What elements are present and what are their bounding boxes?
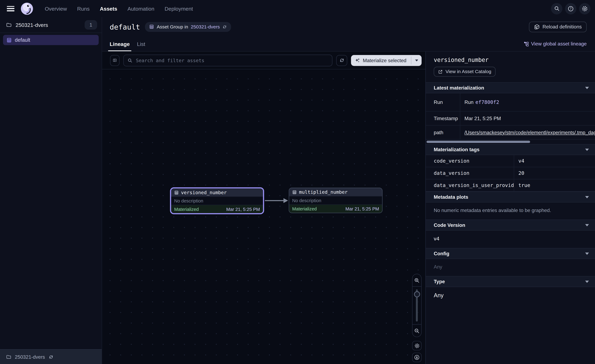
view-in-asset-catalog-button[interactable]: View in Asset Catalog [434,67,496,77]
asset-search-box[interactable] [123,54,333,66]
reload-definitions-icon [534,24,540,30]
search-button[interactable] [551,3,562,14]
reload-definitions-button[interactable]: Reload definitions [529,21,587,32]
caret-down-icon [415,59,418,61]
zoom-out-button[interactable] [412,324,421,337]
nav-overview[interactable]: Overview [45,6,67,12]
asset-node-status-row: Materialized Mar 21, 5:25 PM [171,205,263,213]
menu-icon[interactable] [7,6,14,11]
sidebar-item-default[interactable]: default [3,35,99,45]
topbar-actions [551,3,590,14]
refresh-graph-button[interactable] [336,55,347,66]
materialize-dropdown-button[interactable] [411,55,422,66]
graph-settings-button[interactable] [412,341,422,350]
folder-icon [6,354,11,359]
help-icon [568,6,574,12]
asset-group-badge[interactable]: Asset Group in 250321-dvers [145,22,231,32]
tag-key: code_version [426,155,514,167]
asset-detail-panel: versioned_number View in Asset Catalog L… [425,52,595,364]
row-value-run: Run ef7800f2 [460,93,595,112]
sidebar-footer[interactable]: 250321-dvers [0,349,102,364]
asset-node-name: versioned_number [181,190,227,195]
status-badge: Materialized [292,206,317,211]
search-icon [128,58,133,63]
help-button[interactable] [565,3,576,14]
main-nav: Overview Runs Assets Automation Deployme… [45,6,193,12]
section-config[interactable]: Config [426,248,595,259]
asset-search-input[interactable] [135,57,328,63]
caret-down-icon [585,280,589,283]
refresh-icon[interactable] [48,354,53,359]
sidebar-item-label: default [15,37,30,43]
external-link-icon [438,69,443,74]
gear-icon [582,6,588,12]
materialize-button[interactable]: Materialize selected [351,55,411,66]
code-version-value: v4 [426,231,595,248]
asset-node-description: No description [289,196,382,205]
main-content: default Asset Group in 250321-dvers Relo… [102,17,595,364]
row-label-path: path [426,126,460,140]
download-view-button[interactable] [412,353,422,362]
path-link[interactable]: /Users/smackesey/stm/code/elementl/exper… [464,130,595,135]
refresh-icon[interactable] [222,25,227,29]
section-materialization-tags[interactable]: Materialization tags [426,144,595,155]
caret-down-icon [585,196,589,198]
nav-deployment[interactable]: Deployment [165,6,193,12]
materialize-split-button: Materialize selected [351,55,422,66]
view-global-lineage-link[interactable]: View global asset lineage [523,41,587,47]
repo-count-badge: 1 [85,20,97,30]
tab-list[interactable]: List [137,36,145,51]
caret-down-icon [585,87,589,89]
latest-materialization-table: Run Run ef7800f2 Timestamp Mar 21, 5:25 … [426,93,595,140]
badge-repo-link[interactable]: 250321-dvers [191,24,220,29]
collapse-panel-button[interactable] [110,55,120,66]
nav-automation[interactable]: Automation [128,6,154,12]
section-code-version[interactable]: Code Version [426,219,595,231]
scrollbar-thumb[interactable] [426,141,530,143]
tab-lineage[interactable]: Lineage [110,36,130,51]
sparkle-icon [355,58,360,63]
topbar: Overview Runs Assets Automation Deployme… [0,0,595,17]
nav-runs[interactable]: Runs [77,6,90,12]
run-id-link[interactable]: ef7800f2 [475,99,499,105]
row-value-timestamp: Mar 21, 5:25 PM [460,112,595,126]
section-latest-materialization[interactable]: Latest materialization [426,82,595,93]
tag-value: true [514,179,595,191]
arrow-down-circle-icon [414,355,420,360]
nav-assets[interactable]: Assets [100,6,117,12]
panel-asset-title: versioned_number [434,56,587,63]
asset-node-status-row: Materialized Mar 21, 5:25 PM [289,205,382,213]
section-type[interactable]: Type [426,276,595,287]
status-badge: Materialized [174,207,199,212]
caret-down-icon [585,148,589,151]
dagster-logo-icon[interactable] [21,2,34,15]
zoom-slider-thumb[interactable] [414,291,420,297]
lineage-canvas: Materialize selected versioned_number [102,52,425,364]
footer-repo-name: 250321-dvers [15,354,45,360]
tag-value: 20 [514,167,595,179]
tag-key: data_version [426,167,514,179]
zoom-slider[interactable] [412,287,421,324]
caret-down-icon [585,224,589,226]
asset-node-multiplied-number[interactable]: multiplied_number No description Materia… [289,188,382,213]
metadata-plots-empty-text: No numeric metadata entries available to… [426,203,595,219]
dagster-app: Overview Runs Assets Automation Deployme… [0,0,595,364]
settings-button[interactable] [579,3,590,14]
panel-toggle-icon [113,58,117,63]
zoom-out-icon [414,328,420,333]
gear-icon [414,343,419,348]
tag-value: v4 [514,155,595,167]
folder-icon [6,22,12,28]
section-metadata-plots[interactable]: Metadata plots [426,191,595,203]
lineage-graph[interactable]: versioned_number No description Material… [102,69,425,364]
zoom-in-icon [414,277,420,283]
zoom-in-button[interactable] [412,274,421,287]
asset-node-versioned-number[interactable]: versioned_number No description Material… [170,187,264,214]
page-title: default [110,22,140,31]
canvas-toolbar: Materialize selected [102,52,425,69]
asset-node-name: multiplied_number [299,189,348,195]
sidebar-repo-row[interactable]: 250321-dvers 1 [0,17,102,33]
lineage-edge-arrow [265,197,288,204]
asset-node-header: versioned_number [171,189,263,196]
table-icon [292,190,297,194]
